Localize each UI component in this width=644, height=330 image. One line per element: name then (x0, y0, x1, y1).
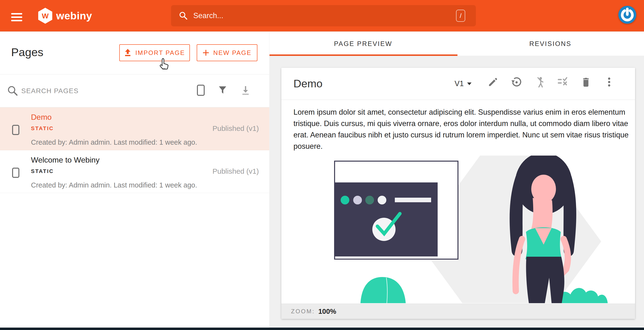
zoom-label: ZOOM: (291, 308, 315, 315)
preview-actions (488, 76, 615, 88)
logo-wordmark: webiny (56, 10, 92, 22)
pages-list-panel: Pages IMPORT PAGE NEW PAGE (0, 32, 269, 328)
publish-button[interactable] (534, 76, 545, 88)
row-checkbox[interactable] (12, 168, 19, 178)
requested-changes-icon (557, 76, 568, 88)
more-options-button[interactable] (604, 76, 615, 88)
revision-history-button[interactable] (511, 76, 522, 88)
plus-icon (202, 49, 209, 56)
hamburger-menu-icon[interactable] (11, 13, 22, 21)
webiny-logo[interactable]: W webiny (38, 8, 92, 24)
search-icon (179, 11, 188, 20)
app-bar: W webiny / (0, 0, 644, 32)
page-hero-illustration (290, 156, 636, 303)
page-row-type-badge: STATIC (31, 168, 54, 174)
upload-icon (124, 49, 131, 56)
bottom-edge-strip (0, 328, 644, 330)
import-page-label: IMPORT PAGE (135, 49, 185, 56)
page-row-meta: Created by: Admin admin. Last modified: … (31, 138, 197, 146)
details-tabbar: PAGE PREVIEW REVISIONS (269, 32, 644, 56)
page-list-item-demo[interactable]: Demo STATIC Published (v1) Created by: A… (0, 108, 269, 150)
pages-search-input[interactable] (21, 74, 176, 107)
tab-page-preview[interactable]: PAGE PREVIEW (270, 32, 457, 56)
filter-icon (218, 86, 227, 94)
page-content-paragraph: Lorem ipsum dolor sit amet, consectetur … (294, 106, 631, 152)
global-search-input[interactable] (193, 5, 430, 26)
chevron-down-icon (467, 82, 472, 85)
zoom-value[interactable]: 100% (318, 308, 336, 316)
user-avatar[interactable] (618, 6, 636, 24)
page-row-meta: Created by: Admin admin. Last modified: … (31, 181, 197, 189)
page-row-status: Published (v1) (212, 124, 259, 132)
webiny-hexagon-icon: W (38, 8, 52, 24)
active-tab-indicator (270, 54, 458, 56)
delete-icon (580, 76, 592, 88)
webiny-admin-screen: W webiny / Pages (0, 0, 644, 330)
import-page-button[interactable]: IMPORT PAGE (119, 44, 190, 61)
preview-card-header: Demo V1 (281, 68, 635, 100)
kebab-menu-icon (604, 76, 615, 88)
global-search[interactable]: / (171, 5, 476, 26)
requested-changes-button[interactable] (557, 76, 568, 88)
export-icon (240, 85, 251, 95)
publish-person-icon (534, 76, 545, 88)
svg-text:W: W (42, 12, 49, 20)
export-pages-button[interactable] (240, 85, 251, 96)
page-row-status: Published (v1) (212, 167, 259, 176)
search-icon (7, 86, 18, 96)
new-page-label: NEW PAGE (213, 49, 251, 56)
mouse-hand-cursor (158, 58, 170, 72)
tab-revisions[interactable]: REVISIONS (457, 32, 644, 56)
edit-button[interactable] (488, 76, 498, 88)
preview-zoom-bar: ZOOM: 100% (281, 304, 635, 319)
delete-button[interactable] (580, 76, 592, 88)
page-row-type-badge: STATIC (31, 125, 54, 132)
select-all-checkbox[interactable] (197, 85, 205, 96)
filter-button[interactable] (217, 85, 228, 96)
page-details-panel: PAGE PREVIEW REVISIONS Demo V1 (269, 32, 644, 328)
page-title: Pages (11, 46, 43, 59)
new-page-button[interactable]: NEW PAGE (197, 44, 258, 61)
page-list-item-welcome[interactable]: Welcome to Webiny STATIC Published (v1) … (0, 150, 269, 193)
version-label: V1 (454, 79, 464, 88)
edit-icon (488, 76, 498, 88)
history-icon (511, 76, 522, 88)
pages-search-row (0, 74, 269, 108)
gravatar-power-icon (618, 6, 636, 24)
slash-shortcut-badge: / (456, 10, 465, 22)
page-preview-card: Demo V1 (281, 68, 635, 319)
preview-page-title: Demo (294, 78, 322, 90)
slash-shortcut-key: / (460, 12, 461, 20)
version-selector[interactable]: V1 (454, 79, 472, 88)
page-row-title[interactable]: Demo (31, 113, 52, 122)
page-row-title[interactable]: Welcome to Webiny (31, 156, 100, 164)
row-checkbox[interactable] (12, 125, 19, 135)
